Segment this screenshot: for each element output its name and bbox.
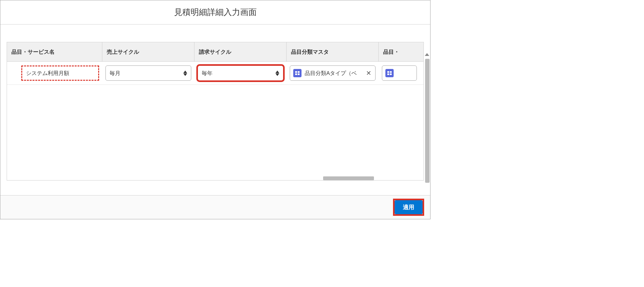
dialog-footer: 適用 bbox=[0, 195, 430, 219]
vertical-scroll-thumb[interactable] bbox=[425, 59, 430, 183]
horizontal-scrollbar[interactable] bbox=[7, 176, 424, 180]
spinner-icon bbox=[275, 71, 279, 76]
scroll-up-arrow-icon[interactable] bbox=[425, 53, 429, 56]
svg-rect-6 bbox=[387, 73, 389, 75]
col-header-billing-cycle: 請求サイクル bbox=[194, 42, 287, 61]
billing-cycle-select[interactable]: 毎年 bbox=[198, 65, 283, 81]
svg-rect-0 bbox=[295, 71, 297, 73]
svg-rect-3 bbox=[298, 73, 300, 75]
svg-rect-2 bbox=[295, 73, 297, 75]
svg-rect-1 bbox=[298, 71, 300, 73]
item-extra-lookup[interactable] bbox=[382, 65, 417, 81]
sales-cycle-select[interactable]: 毎月 bbox=[105, 65, 191, 81]
cell-category-master: 品目分類Aタイプ（ベ ✕ bbox=[287, 65, 379, 81]
vertical-scrollbar[interactable] bbox=[425, 53, 430, 195]
category-master-value: 品目分類Aタイプ（ベ bbox=[305, 70, 362, 77]
record-icon bbox=[293, 69, 302, 77]
dialog-body: 品目・サービス名 売上サイクル 請求サイクル 品目分類マスタ 品目・ システム利… bbox=[0, 24, 430, 195]
quote-detail-dialog: 見積明細詳細入力画面 品目・サービス名 売上サイクル 請求サイクル 品目分類マス… bbox=[0, 0, 430, 219]
col-header-item-name: 品目・サービス名 bbox=[7, 42, 102, 61]
cell-item-extra bbox=[379, 65, 417, 81]
dialog-title: 見積明細詳細入力画面 bbox=[0, 7, 430, 18]
table-empty-area bbox=[7, 85, 424, 180]
cell-sales-cycle: 毎月 bbox=[102, 65, 194, 81]
dialog-header: 見積明細詳細入力画面 bbox=[0, 0, 430, 24]
col-header-category-master: 品目分類マスタ bbox=[287, 42, 379, 61]
svg-rect-7 bbox=[390, 73, 392, 75]
svg-rect-4 bbox=[387, 71, 389, 73]
apply-button[interactable]: 適用 bbox=[395, 200, 423, 214]
svg-rect-5 bbox=[390, 71, 392, 73]
item-name-text: システム利用月額 bbox=[26, 70, 69, 77]
apply-button-highlight: 適用 bbox=[395, 200, 423, 214]
clear-icon[interactable]: ✕ bbox=[365, 69, 372, 77]
col-header-item-extra: 品目・ bbox=[379, 42, 417, 61]
horizontal-scroll-thumb[interactable] bbox=[323, 176, 374, 180]
billing-cycle-value: 毎年 bbox=[202, 70, 213, 77]
sales-cycle-value: 毎月 bbox=[110, 70, 120, 77]
item-name-highlight-box[interactable]: システム利用月額 bbox=[21, 65, 99, 81]
col-header-sales-cycle: 売上サイクル bbox=[102, 42, 194, 61]
category-master-lookup[interactable]: 品目分類Aタイプ（ベ ✕ bbox=[290, 65, 376, 81]
cell-item-name: システム利用月額 bbox=[7, 65, 102, 81]
record-icon bbox=[385, 69, 394, 77]
cell-billing-cycle: 毎年 bbox=[194, 65, 287, 81]
detail-table: 品目・サービス名 売上サイクル 請求サイクル 品目分類マスタ 品目・ システム利… bbox=[7, 42, 424, 181]
table-header-row: 品目・サービス名 売上サイクル 請求サイクル 品目分類マスタ 品目・ bbox=[7, 42, 424, 62]
spinner-icon bbox=[183, 71, 187, 76]
table-row: システム利用月額 毎月 毎年 bbox=[7, 62, 424, 85]
